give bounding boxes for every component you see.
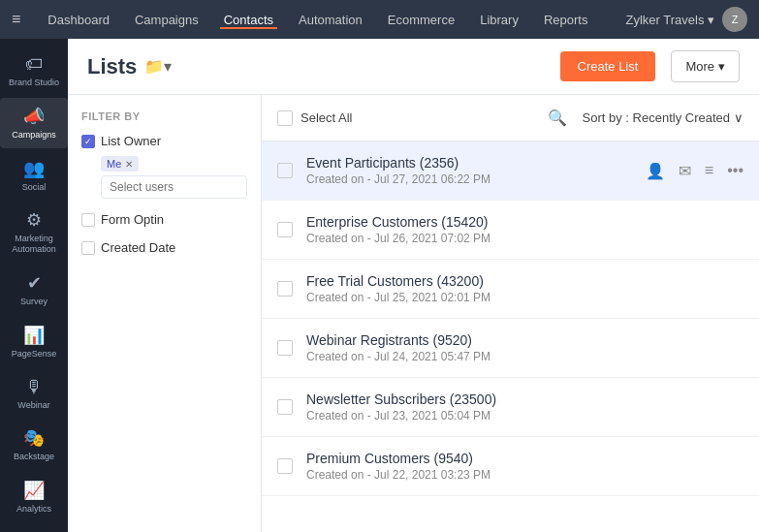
filter-checkbox-list-owner[interactable] [81, 135, 95, 148]
more-options-icon[interactable]: ••• [727, 280, 743, 297]
sidebar-item-backstage[interactable]: 🎭 Backstage [0, 420, 68, 470]
list-item-checkbox-1[interactable] [277, 163, 293, 178]
list-toolbar: Select All 🔍 Sort by : Recently Created … [262, 95, 759, 141]
more-options-icon[interactable]: ••• [727, 162, 743, 179]
create-list-button[interactable]: Create List [560, 51, 656, 81]
list-item-meta-1: Created on - Jul 27, 2021 06:22 PM [306, 172, 646, 186]
brand-studio-icon: 🏷 [25, 54, 43, 75]
more-button[interactable]: More ▾ [671, 50, 740, 82]
list-items: Event Participants (2356) Created on - J… [262, 141, 759, 532]
filter-label-list-owner: List Owner [101, 134, 161, 148]
email-icon[interactable]: ✉ [679, 221, 691, 239]
sidebar-item-survey[interactable]: ✔ Survey [0, 265, 68, 315]
avatar[interactable]: Z [722, 7, 747, 32]
email-icon[interactable]: ✉ [679, 398, 691, 417]
list-item-checkbox-2[interactable] [277, 222, 293, 237]
sort-label: Sort by : Recently Created [583, 110, 730, 125]
list-item[interactable]: Premium Customers (9540) Created on - Ju… [262, 437, 759, 496]
nav-automation[interactable]: Automation [295, 11, 366, 29]
list-item[interactable]: Newsletter Subscribers (23500) Created o… [262, 378, 759, 437]
pagesense-icon: 📊 [23, 325, 45, 346]
list-item[interactable]: Event Participants (2356) Created on - J… [262, 141, 759, 201]
sidebar-item-pagesense[interactable]: 📊 PageSense [0, 317, 68, 367]
nav-campaigns[interactable]: Campaigns [131, 11, 203, 29]
list-item-checkbox-6[interactable] [277, 458, 293, 474]
list-item-info-3: Free Trial Customers (43200) Created on … [306, 273, 646, 304]
list-item[interactable]: Webinar Registrants (9520) Created on - … [262, 319, 759, 378]
search-icon: 🔍 [548, 110, 567, 126]
sidebar-item-webinar[interactable]: 🎙 Webinar [0, 369, 68, 419]
filter-icon[interactable]: ≡ [705, 162, 713, 179]
list-item-name-3: Free Trial Customers (43200) [306, 273, 646, 289]
filter-row-list-owner: List Owner [81, 134, 247, 148]
list-item-checkbox-4[interactable] [277, 340, 293, 356]
filter-icon[interactable]: ≡ [705, 457, 713, 475]
nav-library[interactable]: Library [476, 11, 522, 29]
brand-dropdown[interactable]: Zylker Travels ▾ [625, 13, 714, 27]
nav-reports[interactable]: Reports [540, 11, 592, 29]
list-item-name-1: Event Participants (2356) [306, 155, 646, 171]
list-item[interactable]: Enterprise Customers (15420) Created on … [262, 201, 759, 260]
list-item-meta-6: Created on - Jul 22, 2021 03:23 PM [306, 468, 646, 482]
filter-checkbox-form-optin[interactable] [81, 213, 95, 227]
add-contact-icon[interactable]: 👤 [646, 339, 665, 358]
filter-row-form-optin: Form Optin [81, 212, 247, 227]
filter-icon[interactable]: ≡ [705, 398, 713, 416]
sidebar-label-webinar: Webinar [17, 400, 49, 411]
more-options-icon[interactable]: ••• [727, 221, 743, 238]
filter-checkbox-created-date[interactable] [81, 241, 95, 255]
email-icon[interactable]: ✉ [679, 162, 691, 180]
list-item-name-6: Premium Customers (9540) [306, 451, 646, 466]
sidebar-item-campaigns[interactable]: 📣 Campaigns [0, 98, 68, 148]
add-contact-icon[interactable]: 👤 [646, 221, 665, 239]
list-item-checkbox-3[interactable] [277, 281, 293, 297]
nav-ecommerce[interactable]: Ecommerce [384, 11, 459, 29]
email-icon[interactable]: ✉ [679, 280, 691, 298]
email-icon[interactable]: ✉ [679, 457, 691, 476]
sidebar-item-analytics[interactable]: 📈 Analytics [0, 472, 68, 522]
nav-dashboard[interactable]: Dashboard [44, 11, 113, 29]
more-label: More [685, 59, 714, 74]
list-item-name-5: Newsletter Subscribers (23500) [306, 391, 646, 407]
sidebar-label-survey: Survey [20, 297, 47, 307]
hamburger-icon[interactable]: ≡ [12, 11, 20, 28]
nav-contacts[interactable]: Contacts [220, 11, 277, 29]
list-item-info-6: Premium Customers (9540) Created on - Ju… [306, 451, 646, 482]
select-all-checkbox[interactable] [277, 110, 293, 126]
select-users-input[interactable] [101, 175, 247, 199]
sidebar-item-marketing-automation[interactable]: ⚙ Marketing Automation [0, 202, 68, 263]
list-item[interactable]: Free Trial Customers (43200) Created on … [262, 260, 759, 319]
sidebar-label-pagesense: PageSense [12, 349, 57, 360]
list-item-actions-1: 👤 ✉ ≡ ••• [646, 162, 743, 180]
filter-label-form-optin: Form Optin [101, 212, 164, 227]
add-contact-icon[interactable]: 👤 [646, 457, 665, 476]
filter-tag-remove-icon[interactable]: ✕ [125, 159, 133, 170]
email-icon[interactable]: ✉ [679, 339, 691, 358]
marketing-automation-icon: ⚙ [26, 209, 42, 231]
sidebar-label-campaigns: Campaigns [12, 130, 56, 141]
sidebar-label-brand-studio: Brand Studio [9, 78, 59, 88]
top-nav: ≡ Dashboard Campaigns Contacts Automatio… [0, 0, 759, 39]
search-button[interactable]: 🔍 [544, 105, 571, 131]
filter-icon[interactable]: ≡ [705, 339, 713, 357]
page-title: Lists [87, 54, 137, 79]
filter-icon[interactable]: ≡ [705, 280, 713, 297]
filter-icon[interactable]: ≡ [705, 221, 713, 238]
webinar-icon: 🎙 [25, 377, 43, 397]
more-options-icon[interactable]: ••• [727, 398, 743, 416]
sidebar-item-social[interactable]: 👥 Social [0, 150, 68, 201]
add-contact-icon[interactable]: 👤 [646, 398, 665, 417]
filter-panel-title: FILTER BY [81, 110, 247, 122]
sort-button[interactable]: Sort by : Recently Created ∨ [583, 110, 743, 125]
list-item-checkbox-5[interactable] [277, 399, 293, 415]
sidebar-item-brand-studio[interactable]: 🏷 Brand Studio [0, 47, 68, 96]
sort-chevron-icon: ∨ [734, 110, 743, 125]
more-options-icon[interactable]: ••• [727, 457, 743, 475]
list-item-meta-2: Created on - Jul 26, 2021 07:02 PM [306, 232, 646, 245]
main-layout: 🏷 Brand Studio 📣 Campaigns 👥 Social ⚙ Ma… [0, 39, 759, 532]
add-contact-icon[interactable]: 👤 [646, 280, 665, 298]
add-contact-icon[interactable]: 👤 [646, 162, 665, 180]
more-options-icon[interactable]: ••• [727, 339, 743, 357]
filter-panel: FILTER BY List Owner Me ✕ [68, 95, 262, 532]
folder-icon[interactable]: 📁▾ [144, 57, 172, 76]
